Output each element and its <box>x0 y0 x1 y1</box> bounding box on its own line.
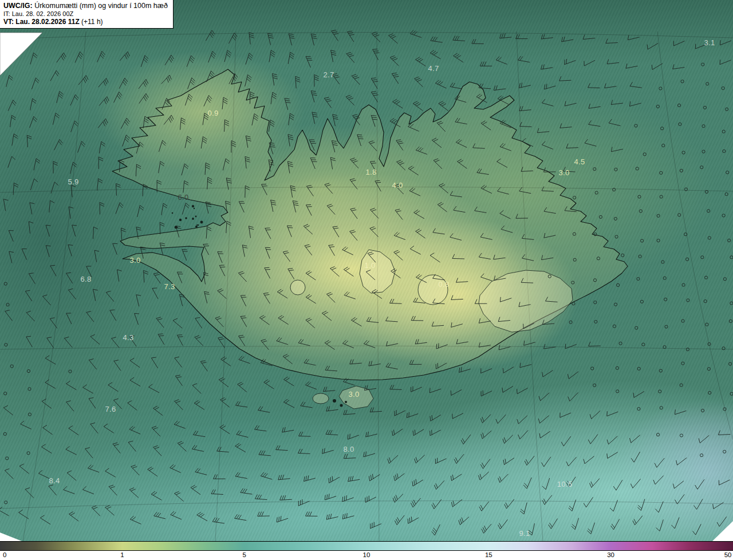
valid-time-row: VT: Lau. 28.02.2026 11Z (+11 h) <box>3 18 168 26</box>
colorbar-tick-label: 0 <box>3 551 6 558</box>
forecast-lead: (+11 h) <box>80 18 103 26</box>
colorbar-tick-label: 1 <box>120 551 124 558</box>
map-overlay <box>0 0 733 541</box>
map-title: UWC/IG: Úrkomumætti (mm) og vindur í 100… <box>3 2 168 10</box>
colorbar-tick-label: 15 <box>485 551 492 558</box>
colorbar-tick-label: 30 <box>607 551 614 558</box>
title-box: UWC/IG: Úrkomumætti (mm) og vindur í 100… <box>0 0 174 29</box>
model-name: UWC/IG: <box>3 2 33 10</box>
colorbar: 01510153050 <box>0 541 733 560</box>
weather-map-stage: 0.92.74.73.15.96.01.84.04.53.03.06.87.31… <box>0 0 733 560</box>
iceland-coastline <box>112 69 628 380</box>
colorbar-ticks: 01510153050 <box>0 551 733 560</box>
valid-time: VT: Lau. 28.02.2026 11Z <box>3 18 80 26</box>
colorbar-tick-label: 5 <box>242 551 246 558</box>
product-title: Úrkomumætti (mm) og vindur í 100m hæð <box>33 2 168 10</box>
colorbar-gradient <box>0 541 733 551</box>
init-time: IT: Lau. 28. 02. 2026 00Z <box>3 10 168 17</box>
colorbar-tick-label: 50 <box>724 551 732 558</box>
colorbar-tick-label: 10 <box>363 551 371 558</box>
